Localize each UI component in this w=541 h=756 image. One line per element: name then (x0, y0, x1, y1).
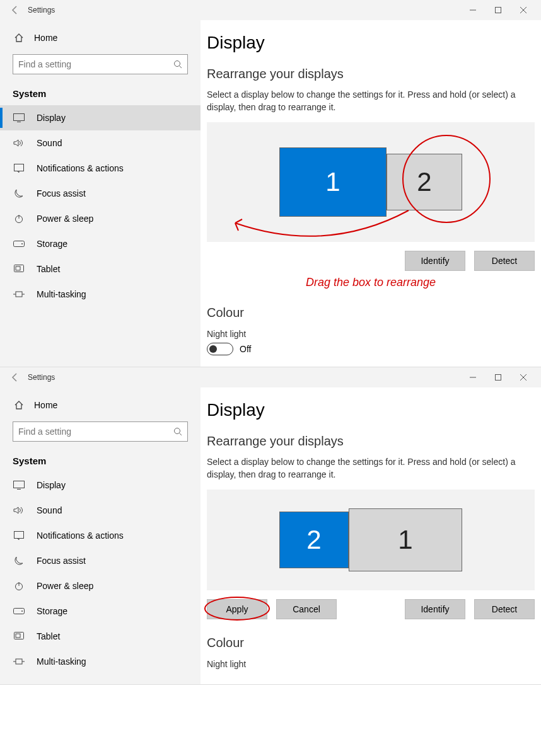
sidebar-item-multitask[interactable]: Multi-tasking (0, 649, 201, 674)
sidebar-item-label: Display (37, 480, 66, 490)
identify-button[interactable]: Identify (405, 599, 465, 619)
focus-icon (13, 556, 25, 566)
page-title: Display (207, 33, 535, 53)
focus-icon (13, 188, 25, 198)
sidebar-item-sound[interactable]: Sound (0, 498, 201, 523)
sidebar-item-label: Multi-tasking (37, 656, 86, 667)
sidebar-item-label: Storage (37, 606, 67, 616)
sound-icon (13, 139, 25, 147)
storage-icon (13, 241, 25, 247)
sidebar-item-power[interactable]: Power & sleep (0, 206, 201, 231)
display-arrange-canvas[interactable]: 2 1 (207, 490, 535, 590)
monitor-2[interactable]: 2 (387, 154, 462, 210)
sidebar-item-label: Notifications & actions (37, 530, 124, 541)
svg-rect-19 (496, 375, 501, 381)
content-pane: Display Rearrange your displays Select a… (201, 20, 541, 367)
sidebar-item-label: Sound (37, 138, 62, 148)
sidebar-item-tablet[interactable]: Tablet (0, 256, 201, 282)
sidebar-item-label: Focus assist (37, 556, 86, 566)
sound-icon (13, 506, 25, 515)
home-label: Home (34, 33, 57, 43)
home-button[interactable]: Home (0, 394, 201, 416)
search-icon (173, 60, 182, 69)
search-field[interactable] (18, 59, 173, 69)
svg-rect-26 (15, 532, 24, 539)
night-light-label: Night light (207, 329, 535, 339)
close-button[interactable] (511, 0, 536, 20)
svg-rect-14 (16, 266, 20, 270)
monitor-1[interactable]: 1 (349, 508, 462, 571)
sidebar-item-multitask[interactable]: Multi-tasking (0, 282, 201, 307)
back-button[interactable] (5, 367, 25, 387)
minimize-button[interactable] (460, 0, 486, 20)
svg-rect-6 (14, 114, 25, 121)
home-label: Home (34, 400, 57, 410)
search-icon (173, 427, 182, 436)
maximize-button[interactable] (486, 0, 511, 20)
sidebar-item-storage[interactable]: Storage (0, 231, 201, 256)
svg-point-4 (175, 61, 180, 67)
svg-point-22 (175, 428, 180, 434)
multitask-icon (13, 290, 25, 298)
monitor-1[interactable]: 1 (279, 147, 387, 217)
window-title: Settings (28, 373, 55, 382)
sidebar-item-focus[interactable]: Focus assist (0, 181, 201, 206)
toggle-state: Off (240, 344, 251, 354)
display-arrange-canvas[interactable]: 1 2 (207, 122, 535, 242)
back-button[interactable] (5, 0, 25, 20)
search-input[interactable] (13, 421, 188, 442)
identify-button[interactable]: Identify (405, 251, 465, 271)
sidebar-item-label: Power & sleep (37, 214, 93, 224)
close-button[interactable] (511, 367, 536, 387)
notifications-icon (13, 531, 25, 540)
search-field[interactable] (18, 427, 173, 437)
page-title: Display (207, 400, 535, 420)
sidebar-item-focus[interactable]: Focus assist (0, 548, 201, 573)
svg-rect-8 (15, 164, 24, 171)
apply-button[interactable]: Apply (207, 599, 267, 619)
sidebar: Home System Display Sound (0, 20, 201, 367)
display-icon (13, 481, 25, 490)
rearrange-desc: Select a display below to change the set… (207, 89, 535, 113)
sidebar: Home System Display Sound (0, 387, 201, 684)
titlebar: Settings (0, 367, 541, 387)
sidebar-item-power[interactable]: Power & sleep (0, 573, 201, 598)
settings-window-after: Settings Home System (0, 367, 541, 685)
sidebar-item-notifications[interactable]: Notifications & actions (0, 156, 201, 181)
rearrange-title: Rearrange your displays (207, 67, 535, 81)
sidebar-item-label: Notifications & actions (37, 163, 124, 173)
search-input[interactable] (13, 54, 188, 74)
window-controls (460, 0, 536, 20)
detect-button[interactable]: Detect (474, 251, 535, 271)
content-pane: Display Rearrange your displays Select a… (201, 387, 541, 684)
rearrange-title: Rearrange your displays (207, 434, 535, 449)
night-light-toggle[interactable] (207, 343, 233, 355)
night-light-label: Night light (207, 659, 535, 669)
sidebar-item-sound[interactable]: Sound (0, 130, 201, 156)
svg-rect-16 (16, 292, 22, 297)
sidebar-item-label: Storage (37, 239, 67, 249)
notifications-icon (13, 164, 25, 173)
sidebar-item-label: Tablet (37, 264, 60, 274)
display-buttons: Apply Cancel Identify Detect (207, 599, 535, 619)
detect-button[interactable]: Detect (474, 599, 535, 619)
sidebar-item-label: Tablet (37, 631, 60, 641)
sidebar-item-tablet[interactable]: Tablet (0, 624, 201, 649)
sidebar-item-label: Focus assist (37, 188, 86, 198)
home-button[interactable]: Home (0, 26, 201, 49)
sidebar-item-display[interactable]: Display (0, 105, 201, 130)
cancel-button[interactable]: Cancel (276, 599, 337, 619)
display-buttons: Identify Detect (207, 251, 535, 271)
display-icon (13, 113, 25, 122)
monitor-2[interactable]: 2 (279, 512, 349, 568)
sidebar-item-display[interactable]: Display (0, 472, 201, 498)
settings-window-before: Settings Home System (0, 0, 541, 367)
minimize-button[interactable] (460, 367, 486, 387)
svg-point-12 (21, 243, 23, 244)
tablet-icon (13, 265, 25, 273)
sidebar-item-notifications[interactable]: Notifications & actions (0, 523, 201, 548)
sidebar-item-storage[interactable]: Storage (0, 598, 201, 624)
titlebar: Settings (0, 0, 541, 20)
maximize-button[interactable] (486, 367, 511, 387)
sidebar-item-label: Power & sleep (37, 581, 93, 591)
